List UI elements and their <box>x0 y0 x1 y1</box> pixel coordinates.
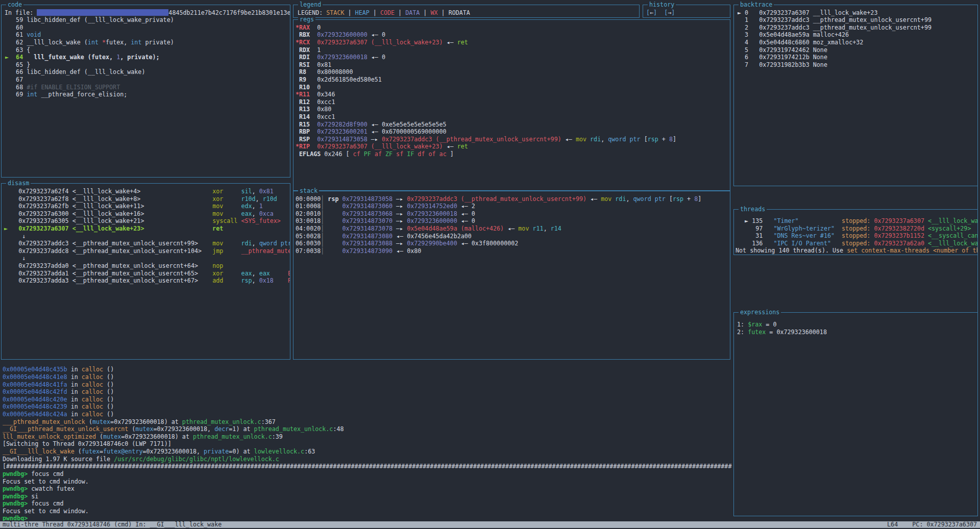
terminal-line: 05:0028│ 0x729314873080 ◂— 0x7456e45da42… <box>296 233 472 240</box>
registers-panel-title: regs <box>298 16 315 23</box>
backtrace-panel: backtrace ► 0 0x7293237a6307 __lll_lock_… <box>733 5 978 186</box>
terminal-line: 60 <box>5 24 23 31</box>
terminal-line: 1 0x7293237addc3 __pthread_mutex_unlock_… <box>738 16 932 23</box>
terminal-line: [Switching to Thread 0x7293148746c0 (LWP… <box>3 440 172 447</box>
legend-panel-content: LEGEND: STACK | HEAP | CODE | DATA | WX … <box>293 5 639 17</box>
terminal-line: 4 0x5e04d48c6860 moz_xmalloc+32 <box>738 39 863 46</box>
terminal-line: 67 <box>5 76 23 83</box>
status-bar-left: multi-thre Thread 0x7293148746 (cmd) In:… <box>3 521 222 528</box>
terminal-line: RSI 0x81 <box>296 61 331 68</box>
terminal-line: __GI___pthread_mutex_unlock_usercnt (mut… <box>3 425 344 433</box>
terminal-line: 0x7293237adda3 <__pthread_mutex_unlock_u… <box>4 277 290 284</box>
threads-panel-title: threads <box>739 206 767 213</box>
disasm-panel-content: 0x7293237a62f4 <__lll_lock_wake+4> xor s… <box>2 184 290 359</box>
terminal-line: 66 libc_hidden_def (__lll_lock_wake) <box>5 68 145 75</box>
terminal-line: RSP 0x729314873058 —▸ 0x7293237addc3 (__… <box>296 136 676 143</box>
terminal-line: ► 0x7293237a6307 <__lll_lock_wake+23> re… <box>4 225 223 232</box>
terminal-line: pwndbg> cwatch futex <box>3 485 75 492</box>
terminal-line: 0x00005e04d48c41fa in calloc () <box>3 381 114 388</box>
terminal-line: R12 0xcc1 <box>296 98 335 106</box>
terminal-line: 6 0x72931974212b None <box>738 54 827 61</box>
history-nav[interactable]: [←] [→] <box>646 9 675 16</box>
terminal-line: 0x7293237a6305 <__lll_lock_wake+21> sysc… <box>4 217 281 224</box>
terminal-line: RDX 1 <box>296 46 321 54</box>
terminal-line: 03:0018│ 0x729314873070 —▸ 0x72932360000… <box>296 217 475 224</box>
terminal-line: 97 "WrGlyph~terizer" stopped: 0x72932382… <box>738 225 971 232</box>
status-bar: multi-thre Thread 0x7293148746 (cmd) In:… <box>0 521 980 528</box>
disasm-panel: disasm 0x7293237a62f4 <__lll_lock_wake+4… <box>1 183 290 360</box>
terminal-line: 63 { <box>5 46 30 54</box>
terminal-line: 0x7293237addc8 <__pthread_mutex_unlock_u… <box>4 247 290 255</box>
history-panel-title: history <box>648 1 676 8</box>
terminal-line: pwndbg> si <box>3 493 38 500</box>
terminal-line: ↓ <box>4 233 26 240</box>
terminal-line: 02:0010│ 0x729314873068 —▸ 0x72932360001… <box>296 210 475 217</box>
legend-panel: legend LEGEND: STACK | HEAP | CODE | DAT… <box>293 5 640 18</box>
terminal-line: 69 int __pthread_force_elision; <box>5 91 127 98</box>
terminal-line: 3 0x5e04d48ae59a malloc+426 <box>738 31 849 38</box>
terminal-line: 136 "IPC I/O Parent" stopped: 0x7293237a… <box>738 240 977 247</box>
terminal-line: RDI 0x729323600018 ◂— 0 <box>296 54 385 61</box>
terminal-line: RBX 0x729323600000 ◂— 0 <box>296 31 385 38</box>
terminal-line: ↓ <box>4 255 26 262</box>
code-panel-title: code <box>6 1 23 8</box>
terminal-line: 01:0008│ 0x729314873060 —▸ 0x729314752ed… <box>296 203 475 210</box>
terminal-line: 61 void <box>5 31 41 38</box>
terminal-line: ► 0 0x7293237a6307 __lll_lock_wake+23 <box>738 9 877 16</box>
terminal-line: 59 libc_hidden_def (__lll_lock_wake_priv… <box>5 16 174 23</box>
terminal-line: 0x7293237a62fb <__lll_lock_wake+11> mov … <box>4 203 263 210</box>
terminal-line: 0x7293237a62f4 <__lll_lock_wake+4> xor s… <box>4 188 274 195</box>
terminal-line: 62 __lll_lock_wake (int *futex, int priv… <box>5 39 174 46</box>
terminal-line: __GI___lll_lock_wake (futex=futex@entry=… <box>3 448 315 455</box>
history-panel: history [←] [→] <box>643 5 730 18</box>
terminal-line: EFLAGS 0x246 [ cf PF af ZF sf IF df of a… <box>296 150 454 158</box>
terminal-line: 0x7293237adda1 <__pthread_mutex_unlock_u… <box>4 270 290 277</box>
terminal-line: R15 0x729282d8f900 ◂— 0xe5e5e5e5e5e5e5e5 <box>296 121 447 128</box>
terminal-line: 0x00005e04d48c42fd in calloc () <box>3 388 114 395</box>
terminal-line: *R11 0x346 <box>296 91 335 98</box>
terminal-line: 0x00005e04d48c4239 in calloc () <box>3 403 114 410</box>
terminal-line: *RIP 0x7293237a6307 (__lll_lock_wake+23)… <box>296 143 468 150</box>
terminal-line: R9 0x2d561850ed580e51 <box>296 76 382 83</box>
status-bar-right: L64 PC: 0x7293237a6307 <box>887 521 977 528</box>
terminal-line: ___pthread_mutex_unlock (mutex=0x7293236… <box>3 418 276 425</box>
terminal-line: R14 0xcc1 <box>296 113 335 120</box>
terminal-line: 7 0x72931982b3b3 None <box>738 61 827 68</box>
expressions-panel: expressions 1: $rax = 02: futex = 0x7293… <box>733 312 978 516</box>
terminal-line: 31 "DNS Res~ver #16" stopped: 0x7293237b… <box>738 232 977 239</box>
legend-panel-title: legend <box>298 1 323 8</box>
terminal-line: *RAX 0 <box>296 24 321 31</box>
stack-panel-title: stack <box>298 187 319 194</box>
terminal-line: 65 } <box>5 61 30 68</box>
command-prompt[interactable]: pwndbg> <box>3 515 28 521</box>
terminal-line: lll_mutex_unlock_optimized (mutex=0x7293… <box>3 433 283 440</box>
terminal-line: 0x7293237adda0 <__pthread_mutex_unlock_u… <box>4 262 223 269</box>
backtrace-panel-content: ► 0 0x7293237a6307 __lll_lock_wake+23 1 … <box>734 5 977 186</box>
terminal-line: 2: futex = 0x729323600018 <box>737 329 827 336</box>
terminal-line: R10 0 <box>296 84 321 91</box>
right-column-border <box>977 5 978 516</box>
pwndbg-terminal: code In file: 4845db211e7b42c7176f9be21b… <box>0 0 980 529</box>
terminal-line: [#######################################… <box>3 463 732 470</box>
terminal-line: 00:0000│ rsp 0x729314873058 —▸ 0x7293237… <box>296 195 701 203</box>
terminal-line: R13 0x80 <box>296 106 331 113</box>
terminal-line: 06:0030│ 0x729314873088 —▸ 0x7292990be40… <box>296 240 518 247</box>
terminal-line: 0x00005e04d48c424a in calloc () <box>3 411 114 418</box>
terminal-line: ► 64 lll_futex_wake (futex, 1, private); <box>5 54 160 61</box>
terminal-line: 5 0x729319742462 None <box>738 46 827 54</box>
terminal-line: RBP 0x729323600201 ◂— 0x6700000569000000 <box>296 128 447 135</box>
backtrace-panel-title: backtrace <box>739 1 774 8</box>
terminal-line: 0x00005e04d48c41e8 in calloc () <box>3 373 114 381</box>
expressions-panel-content: 1: $rax = 02: futex = 0x729323600018 <box>734 313 977 516</box>
terminal-line: Focus set to cmd window. <box>3 508 89 515</box>
terminal-line: 0x00005e04d48c420e in calloc () <box>3 396 114 403</box>
terminal-line: pwndbg> focus cmd <box>3 470 64 477</box>
terminal-line: 07:0038│ 0x729314873090 ◂— 0x80 <box>296 247 421 255</box>
terminal-line: R8 0x80008000 <box>296 68 353 75</box>
expressions-panel-title: expressions <box>739 309 781 316</box>
terminal-line: *RCX 0x7293237a6307 (__lll_lock_wake+23)… <box>296 39 468 46</box>
threads-panel-content: ► 135 "Timer" stopped: 0x7293237a6307 <_… <box>734 210 977 255</box>
terminal-line: In file: 4845db211e7b42c7176f9be21b8301e… <box>5 9 290 16</box>
gdb-console-output[interactable]: 0x00005e04d48c435b in calloc ()0x00005e0… <box>0 360 732 521</box>
terminal-line: 0x7293237a62f8 <__lll_lock_wake+8> xor r… <box>4 195 277 203</box>
